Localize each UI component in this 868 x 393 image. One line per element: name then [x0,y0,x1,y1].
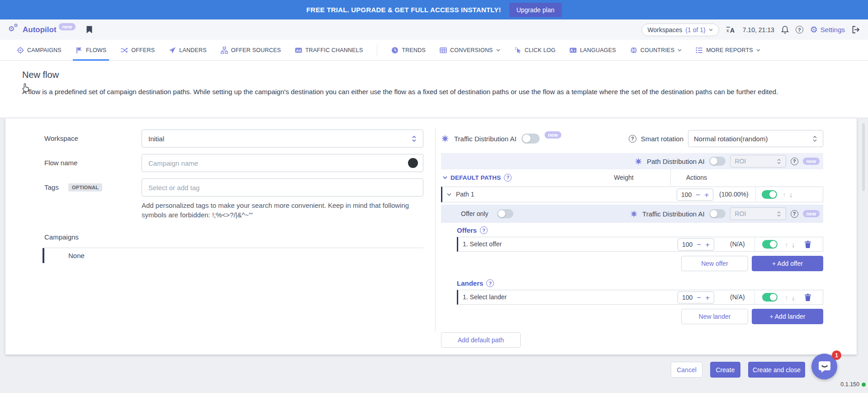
roi-select[interactable]: ROI [730,155,786,168]
traffic-ai-toggle[interactable] [522,134,540,144]
ad-icon: Ad [295,47,302,54]
select-stepper-icon [812,135,817,142]
plus-icon[interactable]: + [705,293,710,301]
lander-weight-stepper[interactable]: 100 − + [678,291,714,303]
nav-item-campaigns[interactable]: CAMPAIGNS [17,40,62,60]
plus-icon[interactable]: + [704,191,709,198]
offer-stat: (N/A) [730,237,745,251]
workspaces-selector[interactable]: Workspaces (1 of 1) [641,24,719,36]
path-enabled-toggle[interactable] [762,190,777,199]
new-offer-button[interactable]: New offer [681,256,748,271]
translate-icon[interactable]: x A [726,25,736,34]
lander-stat: (N/A) [730,290,745,304]
default-paths-help-icon[interactable]: ? [504,174,512,182]
nav-label: CAMPAIGNS [27,47,62,53]
settings-link[interactable]: Settings [821,26,845,34]
help-icon[interactable]: ? [796,26,803,34]
smart-rotation-help-icon[interactable]: ? [629,135,636,143]
autopilot-link[interactable]: Autopilot [23,25,57,34]
offer-enabled-toggle[interactable] [762,240,778,249]
landers-title: Landers [457,279,483,287]
offer-select-label[interactable]: 1. Select offer [463,237,502,251]
move-down-icon[interactable]: ↓ [792,290,795,305]
svg-text:x: x [726,28,729,33]
offer-only-toggle[interactable] [497,209,513,218]
path-collapse-chevron[interactable] [447,193,451,196]
path-traffic-ai-toggle[interactable] [709,209,726,218]
tags-input[interactable] [142,178,423,196]
add-lander-button[interactable]: + Add lander [752,309,823,324]
nav-item-landers[interactable]: LANDERS [169,40,206,60]
offers-help-icon[interactable]: ? [480,226,488,234]
move-down-icon[interactable]: ↓ [789,187,793,202]
table-icon [440,47,447,54]
nav-item-countries[interactable]: COUNTRIES [630,40,682,60]
path-weight-value: 100 [681,191,692,198]
nav-item-flows[interactable]: FLOWS [76,40,106,60]
nav-item-conversions[interactable]: CONVERSIONS [440,40,500,60]
smart-rotation-select[interactable]: Normal rotation(random) [688,130,823,147]
nav-label: COUNTRIES [640,47,674,53]
minus-icon[interactable]: − [697,240,701,248]
plus-icon[interactable]: + [705,240,710,248]
traffic-ai-label: Traffic Distribution AI [454,135,517,143]
nav-label: LANGUAGES [580,47,616,53]
nav-item-more-reports[interactable]: MORE REPORTS [696,40,760,60]
nav-item-offer-sources[interactable]: OFFER SOURCES [221,40,281,60]
status-dot [862,383,866,387]
nav-label: CLICK LOG [525,47,556,53]
default-paths-toggle[interactable]: DEFAULT PATHS ? [443,169,512,186]
new-lander-button[interactable]: New lander [681,309,748,324]
landers-help-icon[interactable]: ? [486,279,494,287]
minus-icon[interactable]: − [696,191,700,198]
autopilot-gears-icon[interactable]: ⚙⚙ [8,24,19,35]
move-up-icon[interactable]: ↑ [785,290,788,305]
add-offer-button[interactable]: + Add offer [752,256,823,271]
nav-item-traffic-channels[interactable]: Ad TRAFFIC CHANNELS [295,40,363,60]
notifications-bell-icon[interactable] [781,25,789,34]
offers-title: Offers [457,226,477,234]
move-down-icon[interactable]: ↓ [792,237,795,252]
nav-item-offers[interactable]: OFFERS [120,40,155,60]
create-and-close-button[interactable]: Create and close [748,362,805,378]
nav-label: OFFERS [131,47,155,53]
new-flow-form-card: Workspace Initial Flow name Tags OPTIONA… [5,118,857,355]
select-stepper-icon [412,135,417,142]
upgrade-plan-button[interactable]: Upgrade plan [509,3,562,17]
bookmark-icon[interactable] [86,26,92,34]
offer-weight-stepper[interactable]: 100 − + [678,238,714,250]
language-icon: A z [569,47,577,54]
lander-select-label[interactable]: 1. Select lander [463,290,507,304]
path-ai-help-icon[interactable]: ? [791,158,798,165]
settings-gear-icon[interactable]: ⚙ [810,25,818,34]
move-up-icon[interactable]: ↑ [783,187,786,202]
chevron-down-icon [756,49,760,52]
workspace-select[interactable]: Initial [142,129,423,148]
roi-select[interactable]: ROI [730,207,786,220]
lander-enabled-toggle[interactable] [762,293,778,302]
cell-divider [754,290,755,304]
nav-item-languages[interactable]: A z LANGUAGES [569,40,616,60]
cancel-button[interactable]: Cancel [671,362,702,378]
path-weight-stepper[interactable]: 100 − + [677,188,713,201]
nav-item-trends[interactable]: TRENDS [391,40,426,60]
scrollbar-thumb[interactable] [862,123,865,191]
path-ai-toggle[interactable] [709,157,726,166]
delete-offer-icon[interactable] [805,240,811,249]
chat-icon [818,360,831,373]
create-button[interactable]: Create [710,362,740,378]
traffic-ai-help-icon[interactable]: ? [791,210,798,218]
minus-icon[interactable]: − [697,293,701,301]
chevron-down-icon [709,29,713,31]
logout-icon[interactable] [852,26,860,34]
tags-help-text: Add personalized tags to make your searc… [142,201,427,220]
move-up-icon[interactable]: ↑ [785,237,788,252]
offer-only-row: Offer only Traffic Distribution AI ROI ?… [441,205,823,223]
nav-item-click-log[interactable]: CLICK LOG [514,40,556,60]
flow-name-input[interactable] [142,154,423,172]
add-default-path-button[interactable]: Add default path [441,332,521,348]
offers-heading: Offers ? [457,226,488,234]
delete-lander-icon[interactable] [805,293,811,302]
scrollbar[interactable] [862,120,865,349]
flow-color-dot[interactable] [408,158,418,168]
